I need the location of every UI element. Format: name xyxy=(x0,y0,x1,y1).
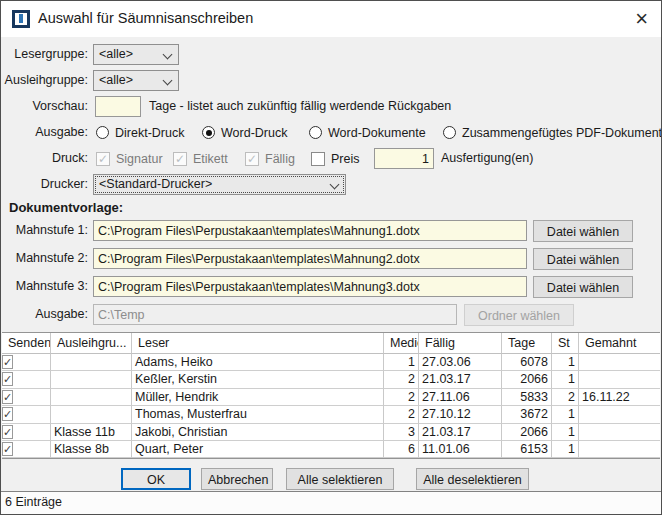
mahnstufe-3-label: Mahnstufe 3: xyxy=(1,276,88,297)
mahnstufe-2-path-input[interactable] xyxy=(93,248,527,269)
ausleihgruppe-label: Ausleihgruppe: xyxy=(1,70,88,91)
row-ausgabe-art: Ausgabe: Direkt-Druck Word-Druck Word-Do… xyxy=(1,122,661,144)
cell-st[interactable]: 1 xyxy=(552,354,579,371)
radio-word-dokumente[interactable]: Word-Dokumente xyxy=(309,122,426,143)
row-checkbox-cell[interactable]: ✓ xyxy=(2,371,51,388)
cell-ausleihgruppe[interactable]: Klasse 11b xyxy=(51,424,132,441)
cell-faellig[interactable]: 21.03.17 xyxy=(419,424,502,441)
cell-leser[interactable]: Quart, Peter xyxy=(132,441,384,458)
checkbox-label: Etikett xyxy=(193,152,228,166)
datei-waehlen-button-3[interactable]: Datei wählen xyxy=(533,276,633,298)
cell-leser[interactable]: Jakobi, Christian xyxy=(132,424,384,441)
lesergruppe-value: <alle> xyxy=(99,47,133,61)
druck-label: Druck: xyxy=(1,148,88,169)
ausfertigung-input[interactable] xyxy=(374,148,434,169)
cell-tage[interactable]: 6153 xyxy=(502,441,552,458)
dokumentvorlage-heading: Dokumentvorlage: xyxy=(9,200,123,215)
cell-gemahnt[interactable] xyxy=(579,371,660,388)
checkbox-checked-icon: ✓ xyxy=(2,425,13,439)
radio-pdf-dokument[interactable]: Zusammengefügtes PDF-Dokument xyxy=(443,122,662,143)
cell-faellig[interactable]: 21.03.17 xyxy=(419,371,502,388)
cell-tage[interactable]: 3672 xyxy=(502,406,552,423)
checkbox-checked-icon: ✓ xyxy=(2,372,13,386)
cell-gemahnt[interactable] xyxy=(579,354,660,371)
cell-st[interactable]: 2 xyxy=(552,389,579,406)
cell-leser[interactable]: Keßler, Kerstin xyxy=(132,371,384,388)
radio-direkt-druck[interactable]: Direkt-Druck xyxy=(96,122,184,143)
close-icon[interactable]: × xyxy=(635,4,648,34)
cell-ausleihgruppe[interactable]: Klasse 8b xyxy=(51,441,132,458)
dialog-window: Auswahl für Säumnisanschreiben × Lesergr… xyxy=(0,0,662,515)
col-header-senden[interactable]: Senden xyxy=(2,333,51,354)
row-checkbox-cell[interactable]: ✓ xyxy=(2,424,51,441)
cell-medien[interactable]: 2 xyxy=(384,406,419,423)
mahnstufe-3-path-input[interactable] xyxy=(93,276,527,297)
datei-waehlen-button-1[interactable]: Datei wählen xyxy=(533,220,633,242)
cell-st[interactable]: 1 xyxy=(552,406,579,423)
radio-word-druck[interactable]: Word-Druck xyxy=(202,122,287,143)
ausleihgruppe-select[interactable]: <alle> xyxy=(93,70,179,91)
radio-selected-icon xyxy=(202,126,215,139)
radio-icon xyxy=(309,126,322,139)
col-header-tage[interactable]: Tage xyxy=(502,333,552,354)
cell-ausleihgruppe[interactable] xyxy=(51,371,132,388)
cell-tage[interactable]: 2066 xyxy=(502,424,552,441)
cell-medien[interactable]: 2 xyxy=(384,371,419,388)
ausgabe-pfad-label: Ausgabe: xyxy=(1,304,88,325)
cell-faellig[interactable]: 27.10.12 xyxy=(419,406,502,423)
col-header-faellig[interactable]: Fällig xyxy=(419,333,502,354)
cell-st[interactable]: 1 xyxy=(552,441,579,458)
cell-gemahnt[interactable]: 16.11.22 xyxy=(579,389,660,406)
row-checkbox-cell[interactable]: ✓ xyxy=(2,354,51,371)
cell-gemahnt[interactable] xyxy=(579,441,660,458)
checkbox-label: Signatur xyxy=(116,152,163,166)
radio-icon xyxy=(443,126,456,139)
alle-selektieren-button[interactable]: Alle selektieren xyxy=(286,468,394,490)
abbrechen-button[interactable]: Abbrechen xyxy=(201,468,273,490)
cell-gemahnt[interactable] xyxy=(579,406,660,423)
drucker-select[interactable]: <Standard-Drucker> xyxy=(93,174,346,195)
cell-gemahnt[interactable] xyxy=(579,424,660,441)
col-header-gemahnt[interactable]: Gemahnt xyxy=(579,333,660,354)
row-checkbox-cell[interactable]: ✓ xyxy=(2,389,51,406)
checkbox-preis[interactable]: Preis xyxy=(311,148,359,169)
row-checkbox-cell[interactable]: ✓ xyxy=(2,406,51,423)
cell-medien[interactable]: 3 xyxy=(384,424,419,441)
cell-tage[interactable]: 6078 xyxy=(502,354,552,371)
cell-leser[interactable]: Müller, Hendrik xyxy=(132,389,384,406)
cell-medien[interactable]: 2 xyxy=(384,389,419,406)
cell-medien[interactable]: 1 xyxy=(384,354,419,371)
ok-button[interactable]: OK xyxy=(121,468,191,490)
mahnstufe-1-label: Mahnstufe 1: xyxy=(1,220,88,241)
row-mahnstufe-3: Mahnstufe 3: Datei wählen xyxy=(1,276,661,298)
cell-ausleihgruppe[interactable] xyxy=(51,406,132,423)
lesergruppe-select[interactable]: <alle> xyxy=(93,44,179,65)
cell-medien[interactable]: 6 xyxy=(384,441,419,458)
col-header-st[interactable]: St xyxy=(552,333,579,354)
app-icon xyxy=(12,10,30,28)
cell-ausleihgruppe[interactable] xyxy=(51,354,132,371)
col-header-leser[interactable]: Leser xyxy=(132,333,384,354)
vorschau-input[interactable] xyxy=(95,96,141,117)
cell-ausleihgruppe[interactable] xyxy=(51,389,132,406)
cell-st[interactable]: 1 xyxy=(552,424,579,441)
cell-faellig[interactable]: 11.01.06 xyxy=(419,441,502,458)
cell-faellig[interactable]: 27.03.06 xyxy=(419,354,502,371)
datei-waehlen-button-2[interactable]: Datei wählen xyxy=(533,248,633,270)
row-vorschau: Vorschau: Tage - listet auch zukünftig f… xyxy=(1,96,661,118)
cell-leser[interactable]: Adams, Heiko xyxy=(132,354,384,371)
row-lesergruppe: Lesergruppe: <alle> xyxy=(1,44,661,66)
mahnstufe-1-path-input[interactable] xyxy=(93,220,527,241)
alle-deselektieren-button[interactable]: Alle deselektieren xyxy=(416,468,529,490)
vorschau-label: Vorschau: xyxy=(1,96,88,117)
col-header-ausleihgruppe[interactable]: Ausleihgru... xyxy=(51,333,132,354)
row-checkbox-cell[interactable]: ✓ xyxy=(2,441,51,458)
checkbox-etikett: ✓ Etikett xyxy=(173,148,228,169)
cell-tage[interactable]: 2066 xyxy=(502,371,552,388)
cell-tage[interactable]: 5833 xyxy=(502,389,552,406)
row-druck: Druck: ✓ Signatur ✓ Etikett ✓ Fällig Pre… xyxy=(1,148,661,170)
col-header-medien[interactable]: Medien xyxy=(384,333,419,354)
cell-faellig[interactable]: 27.11.06 xyxy=(419,389,502,406)
cell-st[interactable]: 1 xyxy=(552,371,579,388)
cell-leser[interactable]: Thomas, Musterfrau xyxy=(132,406,384,423)
